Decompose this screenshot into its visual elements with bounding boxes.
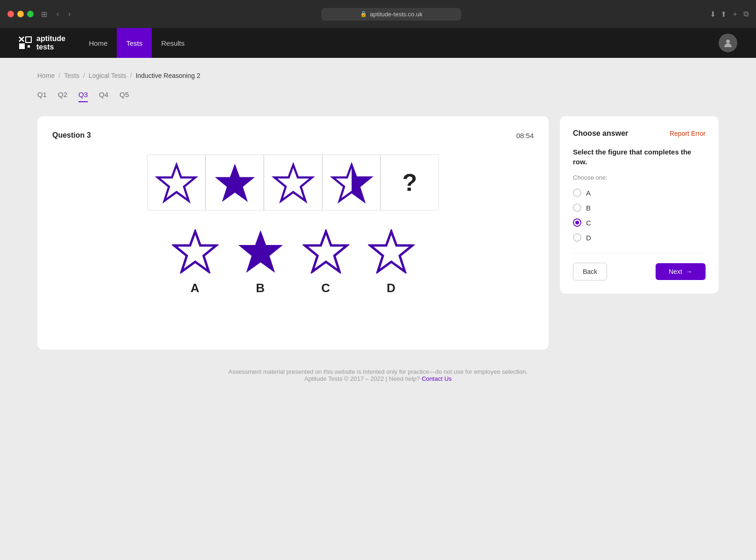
svg-point-5 (726, 40, 730, 43)
maximize-button[interactable] (27, 11, 34, 17)
answer-panel: Choose answer Report Error Select the fi… (560, 116, 719, 294)
svg-marker-17 (370, 231, 412, 272)
lock-icon: 🔒 (360, 11, 367, 17)
radio-circle-a (573, 189, 581, 197)
breadcrumb-sep3: / (130, 72, 132, 79)
logo-icon (19, 36, 32, 49)
tab-q1[interactable]: Q1 (37, 91, 47, 102)
star-cell-question: ? (381, 154, 439, 210)
answer-option-a[interactable]: A (172, 229, 219, 295)
footer-copyright-text: Aptitude Tests © 2017 – 2022 | Need help… (304, 375, 420, 382)
footer: Assessment material presented on this we… (37, 350, 719, 392)
footer-copyright: Aptitude Tests © 2017 – 2022 | Need help… (37, 375, 719, 382)
svg-rect-4 (28, 45, 30, 48)
star-cell-1 (147, 154, 205, 210)
nav-links: Home Tests Results (79, 28, 194, 58)
next-button[interactable]: Next → (656, 263, 706, 280)
svg-marker-16 (305, 231, 347, 272)
back-browser-button[interactable]: ‹ (55, 8, 61, 20)
download-icon[interactable]: ⬇ (710, 10, 716, 19)
choose-one-label: Choose one: (573, 174, 706, 181)
breadcrumb-sep2: / (83, 72, 85, 79)
url-text: aptitude-tests.co.uk (370, 11, 423, 18)
address-bar: 🔒 aptitude-tests.co.uk (78, 8, 704, 21)
navbar: aptitude tests Home Tests Results (0, 28, 756, 58)
radio-option-c[interactable]: C (573, 218, 706, 227)
answer-label-c: C (321, 281, 330, 295)
tab-q5[interactable]: Q5 (120, 91, 129, 102)
question-number: Question 3 (52, 131, 91, 140)
answer-option-d[interactable]: D (368, 229, 415, 295)
svg-marker-8 (274, 165, 312, 201)
radio-label-a: A (586, 189, 591, 197)
main-content: Home / Tests / Logical Tests / Inductive… (0, 58, 756, 560)
answer-option-b[interactable]: B (237, 229, 284, 295)
radio-label-c: C (586, 219, 591, 227)
footer-disclaimer: Assessment material presented on this we… (37, 368, 719, 375)
svg-marker-14 (174, 231, 216, 272)
traffic-lights (7, 11, 34, 17)
logo-text: aptitude tests (36, 35, 65, 51)
next-label: Next (669, 268, 682, 275)
nav-tests[interactable]: Tests (117, 28, 152, 58)
star-cell-3 (264, 154, 322, 210)
breadcrumb-logical[interactable]: Logical Tests (89, 72, 127, 79)
star-row: ? (52, 154, 534, 210)
question-header: Question 3 08:54 (52, 131, 534, 140)
answer-options-row: A B C (52, 229, 534, 295)
radio-circle-b (573, 203, 581, 212)
radio-label-d: D (586, 234, 591, 242)
nav-results[interactable]: Results (152, 28, 194, 58)
radio-options: A B C D (573, 189, 706, 242)
tab-overview-icon[interactable]: ⧉ (743, 10, 749, 18)
star-cell-4 (322, 154, 381, 210)
browser-chrome: ⊞ ‹ › 🔒 aptitude-tests.co.uk ⬇ ⬆ ＋ ⧉ (0, 0, 756, 28)
svg-rect-3 (19, 43, 25, 49)
breadcrumb-tests[interactable]: Tests (64, 72, 79, 79)
footer-contact-link[interactable]: Contact Us (422, 375, 452, 382)
panel-footer: Back Next → (573, 253, 706, 280)
tab-q4[interactable]: Q4 (99, 91, 108, 102)
breadcrumb-home[interactable]: Home (37, 72, 55, 79)
answer-panel-header: Choose answer Report Error (573, 129, 706, 138)
breadcrumb-current: Inductive Reasoning 2 (135, 72, 200, 79)
answer-option-c[interactable]: C (303, 229, 349, 295)
browser-actions: ⬇ ⬆ ＋ ⧉ (710, 9, 749, 19)
svg-marker-6 (157, 165, 195, 201)
new-tab-icon[interactable]: ＋ (731, 9, 739, 19)
radio-option-b[interactable]: B (573, 203, 706, 212)
svg-rect-2 (26, 37, 31, 42)
question-timer: 08:54 (516, 132, 534, 140)
close-button[interactable] (7, 11, 14, 17)
breadcrumb: Home / Tests / Logical Tests / Inductive… (37, 72, 719, 79)
sidebar-toggle-button[interactable]: ⊞ (39, 8, 49, 21)
choose-answer-title: Choose answer (573, 129, 628, 138)
logo: aptitude tests (19, 35, 65, 51)
content-row: Question 3 08:54 (37, 116, 719, 350)
tab-q3[interactable]: Q3 (78, 91, 88, 102)
radio-circle-d (573, 233, 581, 242)
breadcrumb-sep1: / (58, 72, 60, 79)
svg-marker-7 (216, 165, 254, 201)
radio-option-a[interactable]: A (573, 189, 706, 197)
back-button[interactable]: Back (573, 263, 607, 280)
radio-label-b: B (586, 204, 591, 212)
share-icon[interactable]: ⬆ (721, 10, 727, 19)
report-error-link[interactable]: Report Error (670, 130, 706, 137)
radio-circle-c (573, 218, 581, 227)
question-card: Question 3 08:54 (37, 116, 549, 350)
answer-label-d: D (387, 281, 396, 295)
question-mark-symbol: ? (403, 168, 417, 196)
minimize-button[interactable] (17, 11, 24, 17)
answer-label-a: A (191, 281, 199, 295)
tab-q2[interactable]: Q2 (58, 91, 67, 102)
svg-marker-15 (240, 231, 282, 272)
forward-browser-button[interactable]: › (66, 8, 72, 20)
star-cell-2 (205, 154, 264, 210)
nav-home[interactable]: Home (79, 28, 117, 58)
user-avatar[interactable] (719, 34, 737, 52)
question-tabs: Q1 Q2 Q3 Q4 Q5 (37, 91, 719, 102)
select-instruction: Select the figure that completes the row… (573, 147, 706, 167)
radio-option-d[interactable]: D (573, 233, 706, 242)
url-bar[interactable]: 🔒 aptitude-tests.co.uk (321, 8, 461, 21)
